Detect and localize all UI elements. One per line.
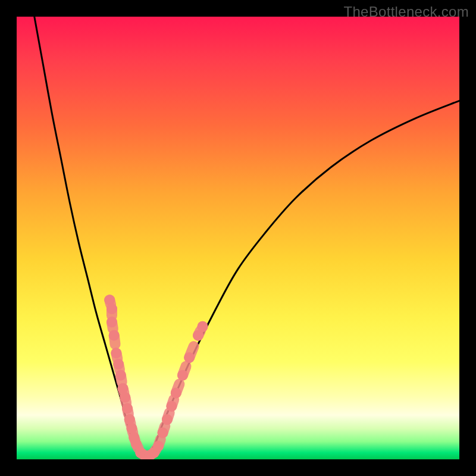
marker-dot (122, 403, 133, 414)
marker-dot (109, 330, 120, 341)
marker-dot (166, 401, 177, 412)
watermark-label: TheBottleneck.com (343, 4, 469, 20)
marker-dot (115, 370, 126, 381)
marker-dot (162, 414, 173, 425)
marker-dot (153, 441, 164, 452)
curve-right-branch (145, 101, 459, 457)
marker-dot (107, 303, 117, 314)
marker-dot (120, 392, 130, 403)
marker-dot (113, 359, 124, 369)
marker-dot (171, 387, 181, 398)
marker-dot (107, 317, 117, 327)
curve-layer (17, 17, 459, 459)
outer-frame: TheBottleneck.com (0, 0, 476, 476)
marker-dot (177, 370, 188, 381)
marker-cluster (104, 295, 208, 459)
plot-area (17, 17, 459, 459)
marker-dot (197, 321, 208, 332)
marker-dot (184, 352, 195, 363)
v-curve (35, 17, 459, 457)
marker-dot (111, 347, 121, 358)
marker-dot (158, 427, 168, 438)
